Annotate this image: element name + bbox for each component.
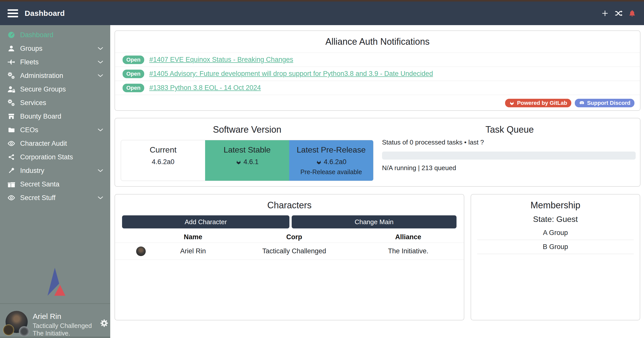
- task-queue-queue-line: N/A running | 213 queued: [382, 164, 456, 172]
- characters-title: Characters: [115, 200, 464, 211]
- store-icon: [6, 113, 17, 120]
- sidebar-item-label: Character Audit: [20, 140, 67, 148]
- notifications-bell-icon[interactable]: [628, 9, 636, 18]
- version-box-label: Latest Pre-Release: [289, 145, 373, 155]
- sidebar-item-label: Corporation Stats: [20, 153, 73, 161]
- chevron-down-icon: [97, 72, 104, 79]
- gifts-icon: [6, 180, 17, 188]
- sidebar: Dashboard Groups Fleets: [0, 25, 110, 338]
- sidebar-item-secure-groups[interactable]: Secure Groups: [0, 82, 110, 96]
- sidebar-item-character-audit[interactable]: Character Audit: [0, 137, 110, 150]
- user-lock-icon: [6, 85, 17, 93]
- sidebar-item-dashboard[interactable]: Dashboard: [0, 28, 110, 42]
- sidebar-item-groups[interactable]: Groups: [0, 42, 110, 55]
- software-version-title: Software Version: [115, 124, 379, 135]
- fighter-jet-icon: [6, 58, 17, 66]
- notifications-title: Alliance Auth Notifications: [115, 36, 640, 47]
- status-badge: Open: [123, 84, 144, 92]
- pre-release-note: Pre-Release available: [289, 168, 373, 176]
- sidebar-item-fleets[interactable]: Fleets: [0, 55, 110, 69]
- sidebar-item-label: CEOs: [20, 126, 38, 134]
- sidebar-item-secret-santa[interactable]: Secret Santa: [0, 177, 110, 191]
- character-table-row: Ariel Rin Tactically Challenged The Init…: [115, 243, 464, 260]
- change-main-button[interactable]: Change Main: [292, 215, 457, 228]
- membership-group: B Group: [477, 240, 634, 254]
- user-icon: [6, 45, 17, 52]
- gitlab-tanuki-icon: [236, 159, 242, 165]
- gitlab-badge-label: Powered by GitLab: [517, 100, 567, 106]
- status-badge: Open: [123, 70, 144, 78]
- sidebar-item-label: Bounty Board: [20, 113, 61, 120]
- chevron-down-icon: [97, 127, 104, 133]
- notification-link[interactable]: #1383 Python 3.8 EOL - 14 Oct 2024: [149, 84, 261, 92]
- cogs-icon: [6, 72, 17, 80]
- sidebar-item-bounty-board[interactable]: Bounty Board: [0, 110, 110, 123]
- notifications-list: Open #1407 EVE Equinox Status - Breaking…: [115, 53, 640, 95]
- characters-table-header: Name Corp Alliance: [115, 232, 464, 243]
- notifications-panel: Alliance Auth Notifications Open #1407 E…: [115, 30, 640, 111]
- version-number: 4.6.2a0: [324, 158, 346, 166]
- hamburger-menu-icon[interactable]: [8, 9, 18, 17]
- alliance-auth-logo: [41, 266, 70, 297]
- column-header-corp: Corp: [236, 233, 353, 241]
- user-name: Ariel Rin: [33, 312, 61, 321]
- add-character-plus-icon[interactable]: [601, 9, 609, 18]
- chevron-down-icon: [97, 59, 104, 65]
- sidebar-item-services[interactable]: Services: [0, 96, 110, 110]
- sidebar-item-label: Secret Stuff: [20, 194, 56, 202]
- user-alliance: The Initiative.: [33, 330, 70, 337]
- version-box-label: Current: [121, 145, 205, 155]
- sidebar-item-label: Secure Groups: [20, 85, 66, 93]
- task-queue-progress-bar: [382, 152, 636, 160]
- sidebar-item-label: Secret Santa: [20, 180, 59, 188]
- sidebar-item-administration[interactable]: Administration: [0, 69, 110, 82]
- shuffle-icon[interactable]: [614, 9, 623, 18]
- notification-link[interactable]: #1407 EVE Equinox Status - Breaking Chan…: [149, 56, 293, 64]
- eye-icon: [6, 194, 17, 202]
- software-version-task-queue-panel: Software Version Task Queue Current 4.6.…: [115, 118, 640, 187]
- sidebar-divider: [0, 303, 110, 304]
- sidebar-item-label: Administration: [20, 72, 63, 80]
- status-badge: Open: [123, 56, 144, 64]
- powered-by-gitlab-badge[interactable]: Powered by GitLab: [505, 99, 571, 107]
- characters-panel: Characters Add Character Change Main Nam…: [115, 194, 464, 320]
- character-corp: Tactically Challenged: [236, 247, 353, 255]
- version-boxes: Current 4.6.2a0 Latest Stable 4.6.1 Late…: [121, 140, 373, 181]
- user-alliance-logo: [19, 326, 29, 337]
- navbar: Dashboard: [0, 2, 644, 25]
- sidebar-item-label: Groups: [20, 45, 43, 53]
- gitlab-tanuki-icon: [316, 159, 322, 165]
- add-character-button[interactable]: Add Character: [122, 215, 289, 228]
- sidebar-item-corporation-stats[interactable]: Corporation Stats: [0, 150, 110, 164]
- membership-state: State: Guest: [471, 215, 640, 224]
- task-queue-title: Task Queue: [379, 124, 640, 135]
- support-discord-badge[interactable]: Support Discord: [575, 99, 634, 107]
- folder-icon: [6, 126, 17, 134]
- chevron-down-icon: [97, 195, 104, 201]
- character-alliance: The Initiative.: [353, 247, 464, 255]
- sidebar-item-label: Industry: [20, 167, 44, 175]
- membership-title: Membership: [471, 200, 640, 211]
- version-box-current: Current 4.6.2a0: [121, 140, 205, 181]
- share-nodes-icon: [6, 154, 17, 161]
- discord-icon: [579, 100, 585, 106]
- gitlab-tanuki-icon: [509, 100, 515, 106]
- version-box-latest-stable: Latest Stable 4.6.1: [205, 140, 289, 181]
- main-content: Alliance Auth Notifications Open #1407 E…: [110, 25, 644, 338]
- notification-row: Open #1383 Python 3.8 EOL - 14 Oct 2024: [115, 81, 640, 95]
- sidebar-item-label: Dashboard: [20, 31, 53, 39]
- column-header-alliance: Alliance: [353, 233, 464, 241]
- membership-group: A Group: [477, 226, 634, 240]
- user-corp: Tactically Challenged: [33, 322, 92, 329]
- sidebar-item-secret-stuff[interactable]: Secret Stuff: [0, 191, 110, 205]
- sidebar-item-ceos[interactable]: CEOs: [0, 123, 110, 137]
- sidebar-item-industry[interactable]: Industry: [0, 164, 110, 177]
- eye-icon: [6, 139, 17, 148]
- user-settings-gear-icon[interactable]: [100, 319, 109, 328]
- sidebar-item-label: Services: [20, 99, 46, 107]
- task-queue-status-line: Status of 0 processed tasks • last ?: [382, 138, 484, 146]
- hammer-icon: [6, 167, 17, 174]
- version-box-latest-pre-release: Latest Pre-Release 4.6.2a0 Pre-Release a…: [289, 140, 373, 181]
- notification-link[interactable]: #1405 Advisory: Future development will …: [149, 70, 433, 78]
- version-box-label: Latest Stable: [205, 145, 289, 155]
